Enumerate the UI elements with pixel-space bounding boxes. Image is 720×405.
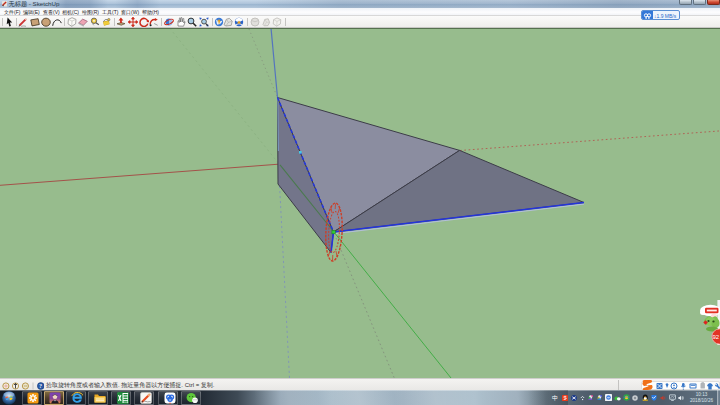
svg-text:?: ?	[39, 383, 42, 389]
svg-text:92: 92	[713, 334, 720, 340]
